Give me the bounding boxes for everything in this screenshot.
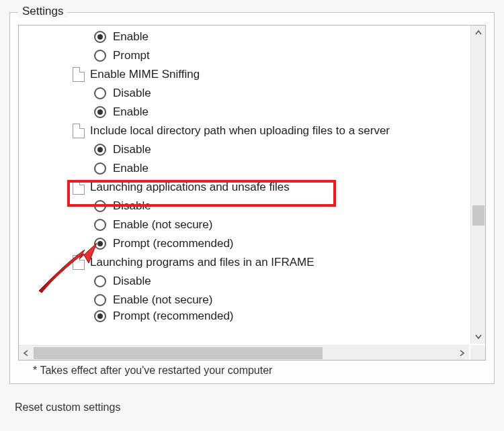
option-label: Enable bbox=[113, 105, 149, 119]
radio-row[interactable]: Enable bbox=[19, 159, 469, 178]
radio-icon[interactable] bbox=[94, 310, 106, 322]
option-label: Enable bbox=[113, 30, 149, 44]
option-label: Prompt (recommended) bbox=[113, 309, 234, 323]
scroll-up-arrow-icon[interactable] bbox=[471, 26, 486, 40]
section-title: Launching programs and files in an IFRAM… bbox=[90, 256, 314, 269]
radio-icon[interactable] bbox=[94, 31, 106, 43]
section-title: Enable MIME Sniffing bbox=[90, 68, 200, 81]
section-header-mime-sniffing[interactable]: Enable MIME Sniffing bbox=[19, 65, 469, 84]
vertical-scrollbar[interactable] bbox=[470, 26, 485, 344]
scroll-down-arrow-icon[interactable] bbox=[471, 329, 486, 344]
radio-row[interactable]: Enable bbox=[19, 103, 469, 122]
radio-row[interactable]: Disable bbox=[19, 140, 469, 159]
restart-footnote: * Takes effect after you've restarted yo… bbox=[33, 365, 476, 377]
page-icon bbox=[73, 124, 85, 138]
option-label: Prompt (recommended) bbox=[113, 237, 234, 250]
option-label: Enable (not secure) bbox=[113, 293, 212, 307]
radio-row[interactable]: Prompt bbox=[19, 46, 469, 65]
settings-groupbox: Settings Enable Prompt Enable MIME Sniff… bbox=[9, 12, 495, 384]
radio-row[interactable]: Prompt (recommended) bbox=[19, 234, 469, 253]
reset-custom-settings-label: Reset custom settings bbox=[15, 401, 495, 414]
option-label: Disable bbox=[113, 275, 151, 288]
section-title: Launching applications and unsafe files bbox=[90, 181, 290, 194]
radio-icon[interactable] bbox=[94, 50, 106, 62]
section-header-iframe-launch[interactable]: Launching programs and files in an IFRAM… bbox=[19, 253, 469, 272]
section-header-launching-unsafe-files[interactable]: Launching applications and unsafe files bbox=[19, 178, 469, 197]
page-icon bbox=[73, 67, 85, 82]
scrollbar-corner bbox=[470, 345, 485, 360]
section-title: Include local directory path when upload… bbox=[90, 124, 390, 138]
security-settings-tree: Enable Prompt Enable MIME Sniffing Disab… bbox=[18, 25, 486, 361]
scrollbar-thumb[interactable] bbox=[472, 205, 485, 226]
radio-row[interactable]: Prompt (recommended) bbox=[19, 309, 469, 323]
radio-row[interactable]: Enable (not secure) bbox=[19, 216, 469, 234]
option-label: Disable bbox=[113, 87, 151, 100]
radio-icon[interactable] bbox=[94, 162, 106, 175]
option-label: Disable bbox=[113, 143, 151, 156]
page-icon bbox=[73, 255, 85, 270]
radio-icon[interactable] bbox=[94, 238, 106, 250]
radio-icon[interactable] bbox=[94, 219, 106, 231]
radio-icon[interactable] bbox=[94, 144, 106, 156]
radio-row[interactable]: Disable bbox=[19, 197, 469, 216]
radio-row[interactable]: Disable bbox=[19, 272, 469, 291]
radio-icon[interactable] bbox=[94, 200, 106, 212]
radio-icon[interactable] bbox=[94, 106, 106, 118]
radio-icon[interactable] bbox=[94, 294, 106, 306]
option-label: Prompt bbox=[113, 49, 150, 62]
option-label: Enable bbox=[113, 162, 149, 175]
radio-icon[interactable] bbox=[94, 87, 106, 99]
scroll-left-arrow-icon[interactable] bbox=[19, 346, 34, 361]
section-header-local-dir-path[interactable]: Include local directory path when upload… bbox=[19, 122, 469, 140]
radio-row[interactable]: Enable (not secure) bbox=[19, 291, 469, 309]
page-icon bbox=[73, 180, 85, 195]
radio-row[interactable]: Disable bbox=[19, 84, 469, 103]
radio-row[interactable]: Enable bbox=[19, 28, 469, 46]
radio-icon[interactable] bbox=[94, 275, 106, 287]
scroll-right-arrow-icon[interactable] bbox=[454, 346, 469, 361]
option-label: Enable (not secure) bbox=[113, 218, 212, 232]
horizontal-scrollbar[interactable] bbox=[19, 345, 469, 360]
option-label: Disable bbox=[113, 199, 151, 213]
scrollbar-thumb[interactable] bbox=[34, 347, 323, 359]
settings-legend: Settings bbox=[18, 5, 67, 18]
tree-content[interactable]: Enable Prompt Enable MIME Sniffing Disab… bbox=[19, 26, 469, 344]
